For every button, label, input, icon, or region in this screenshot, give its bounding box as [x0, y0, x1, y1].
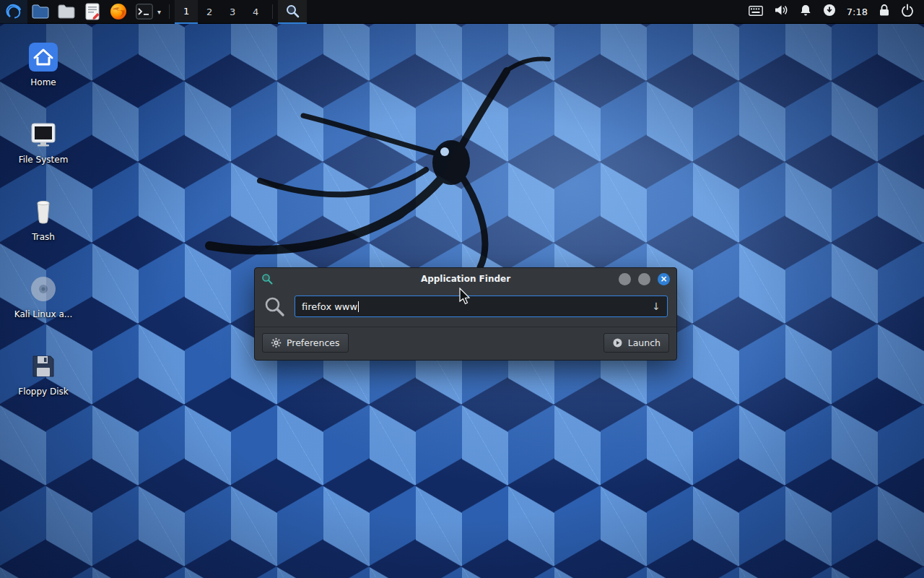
panel-separator: [169, 4, 170, 19]
text-editor-icon: [85, 3, 100, 20]
desktop-icon-kali-linux[interactable]: Kali Linux a...: [11, 272, 76, 319]
logout-button[interactable]: [901, 4, 914, 20]
light-folder-icon: [58, 4, 75, 19]
updates-button[interactable]: [823, 4, 836, 20]
volume-icon: [774, 4, 788, 17]
preferences-button[interactable]: Preferences: [262, 333, 349, 353]
launch-button[interactable]: Launch: [603, 333, 669, 353]
panel-launcher-files[interactable]: [53, 0, 79, 24]
notifications-button[interactable]: [799, 4, 812, 20]
desktop-icon-label: Home: [30, 77, 56, 87]
blue-folder-icon: [32, 4, 49, 19]
desktop-icon-label: Trash: [32, 232, 55, 242]
floppy-disk-icon: [27, 350, 59, 382]
volume-button[interactable]: [774, 4, 788, 20]
workspace-4[interactable]: 4: [244, 0, 267, 24]
kali-disc-icon: [27, 273, 59, 305]
launch-icon: [612, 337, 623, 348]
power-icon: [901, 4, 914, 17]
text-caret: [358, 301, 359, 312]
panel-separator: [272, 4, 273, 19]
panel-launcher-terminal[interactable]: [131, 0, 157, 24]
workspace-3[interactable]: 3: [221, 0, 244, 24]
kali-dragon-artwork: [195, 29, 642, 267]
search-icon: [263, 296, 285, 317]
mouse-cursor: [459, 288, 472, 306]
keyboard-icon: [749, 6, 763, 16]
entry-dropdown-icon[interactable]: ↓: [652, 301, 661, 312]
kali-dragon-icon: [4, 2, 23, 21]
panel-clock[interactable]: 7:18: [847, 7, 868, 17]
desktop-icon-file-system[interactable]: File System: [11, 118, 76, 165]
minimize-button[interactable]: [619, 273, 631, 285]
keyboard-layout-button[interactable]: [749, 5, 763, 19]
lock-screen-button[interactable]: [879, 4, 890, 20]
desktop-icon-home[interactable]: Home: [11, 40, 76, 87]
panel-launcher-text-editor[interactable]: [79, 0, 105, 24]
lock-icon: [879, 4, 890, 17]
search-input-value: firefox www: [302, 301, 357, 312]
trash-icon: [27, 196, 59, 228]
desktop-icon-trash[interactable]: Trash: [11, 195, 76, 242]
titlebar[interactable]: Application Finder ×: [255, 268, 676, 290]
file-system-icon: [27, 118, 59, 150]
top-panel: ▾ 1 2 3 4: [0, 0, 924, 24]
window-title: Application Finder: [255, 274, 676, 284]
launch-button-label: Launch: [628, 337, 661, 348]
maximize-button[interactable]: [638, 273, 650, 285]
updates-icon: [823, 4, 836, 17]
panel-launcher-firefox[interactable]: [105, 0, 131, 24]
terminal-dropdown-chevron-icon[interactable]: ▾: [157, 8, 164, 16]
workspace-2[interactable]: 2: [198, 0, 221, 24]
close-icon: ×: [660, 275, 667, 283]
close-button[interactable]: ×: [658, 273, 670, 285]
search-input[interactable]: firefox www ↓: [295, 296, 668, 317]
desktop-icon-label: Floppy Disk: [18, 387, 69, 397]
terminal-icon: [136, 4, 153, 20]
panel-launcher-file-manager[interactable]: [27, 0, 53, 24]
workspace-1[interactable]: 1: [175, 0, 198, 24]
notifications-icon: [799, 4, 812, 17]
desktop-icon-label: File System: [19, 155, 69, 165]
desktop-icon-label: Kali Linux a...: [14, 309, 72, 319]
preferences-button-label: Preferences: [287, 337, 340, 348]
firefox-icon: [110, 3, 127, 20]
tasklist-application-finder[interactable]: [278, 0, 307, 24]
kali-menu-button[interactable]: [0, 0, 27, 24]
magnifier-icon: [285, 4, 300, 18]
desktop-icon-floppy-disk[interactable]: Floppy Disk: [11, 350, 76, 397]
application-finder-window: Application Finder × firefox www ↓: [254, 267, 677, 361]
gear-icon: [271, 337, 282, 348]
home-icon: [27, 41, 59, 73]
